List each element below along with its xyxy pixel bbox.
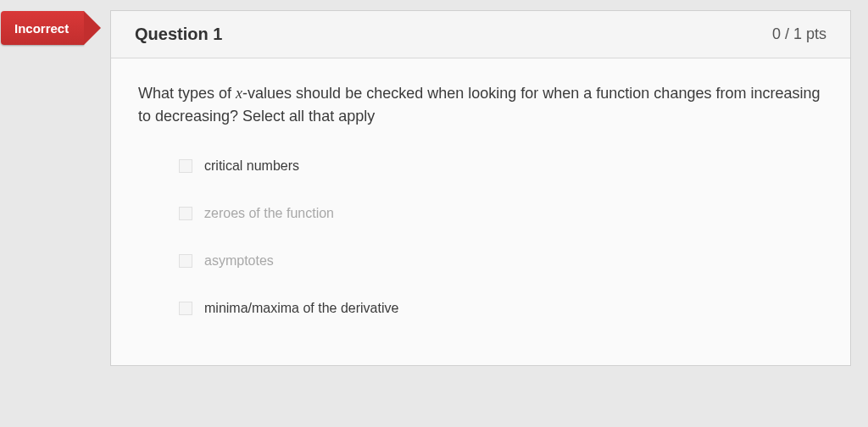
question-points: 0 / 1 pts — [772, 25, 826, 43]
answer-label: asymptotes — [204, 253, 274, 269]
quiz-container: Incorrect Question 1 0 / 1 pts What type… — [0, 0, 868, 366]
checkbox-icon — [179, 254, 192, 268]
checkbox-icon — [179, 159, 192, 173]
answer-label: critical numbers — [204, 158, 299, 174]
question-prompt: What types of x-values should be checked… — [138, 82, 823, 128]
question-card: Incorrect Question 1 0 / 1 pts What type… — [110, 10, 851, 366]
answer-option[interactable]: zeroes of the function — [179, 206, 823, 221]
answer-label: minima/maxima of the derivative — [204, 301, 398, 316]
prompt-text-before: What types of — [138, 85, 236, 102]
question-header: Question 1 0 / 1 pts — [111, 11, 850, 58]
badge-label: Incorrect — [14, 21, 69, 36]
checkbox-icon — [179, 302, 192, 315]
answer-list: critical numbers zeroes of the function … — [138, 158, 823, 316]
incorrect-badge: Incorrect — [1, 11, 84, 45]
answer-label: zeroes of the function — [204, 206, 334, 221]
answer-option[interactable]: minima/maxima of the derivative — [179, 301, 823, 316]
answer-option[interactable]: critical numbers — [179, 158, 823, 174]
question-body: What types of x-values should be checked… — [111, 58, 850, 365]
prompt-variable: x — [236, 85, 242, 102]
checkbox-icon — [179, 207, 192, 220]
answer-option[interactable]: asymptotes — [179, 253, 823, 269]
question-title: Question 1 — [135, 25, 222, 44]
